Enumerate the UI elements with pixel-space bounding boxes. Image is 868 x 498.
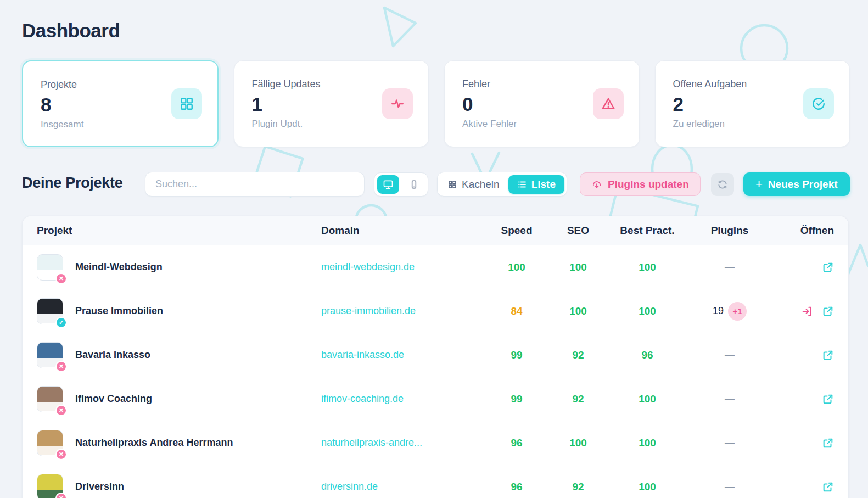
stat-card-projekte[interactable]: Projekte 8 Insgesamt — [22, 60, 219, 147]
plugins-count: — — [725, 481, 735, 492]
tiles-toggle-button[interactable]: Kacheln — [447, 178, 500, 191]
speed-score: 96 — [511, 481, 522, 493]
stat-card-fehler[interactable]: Fehler 0 Aktive Fehler — [444, 60, 640, 147]
speed-score: 99 — [511, 393, 522, 405]
column-header-best-pract: Best Pract. — [609, 225, 686, 237]
project-name: Ifimov Coaching — [75, 393, 152, 405]
seo-score: 92 — [572, 393, 584, 405]
project-thumbnail: ✕ — [37, 254, 63, 281]
seo-score: 100 — [569, 261, 587, 273]
plugins-count: — — [725, 437, 735, 448]
best-practices-score: 100 — [639, 305, 656, 317]
project-status-badge: ✓ — [55, 317, 67, 328]
grid-icon — [171, 88, 202, 119]
project-status-badge: ✕ — [55, 405, 67, 416]
plugins-count: 19 — [713, 305, 724, 316]
project-domain-link[interactable]: meindl-webdesign.de — [321, 261, 415, 272]
smartphone-icon — [409, 180, 419, 189]
project-domain-link[interactable]: driversinn.de — [321, 481, 378, 492]
stats-row: Projekte 8 Insgesamt Fällige Updates 1 P… — [22, 60, 850, 147]
speed-score: 99 — [511, 349, 522, 361]
refresh-button[interactable] — [711, 173, 734, 196]
project-domain-link[interactable]: ifimov-coaching.de — [321, 393, 404, 404]
table-row[interactable]: ✕ Meindl-Webdesign meindl-webdesign.de 1… — [23, 245, 848, 289]
plugins-count: — — [725, 261, 735, 272]
monitor-icon — [383, 179, 394, 190]
external-link-icon[interactable] — [822, 393, 834, 405]
speed-score: 96 — [511, 437, 522, 449]
projects-section-heading: Deine Projekte — [22, 175, 122, 192]
table-header-row: Projekt Domain Speed SEO Best Pract. Plu… — [23, 216, 848, 245]
stat-card-faellige-updates[interactable]: Fällige Updates 1 Plugin Updt. — [234, 60, 429, 147]
best-practices-score: 100 — [639, 261, 656, 273]
new-project-label: Neues Projekt — [768, 178, 838, 191]
best-practices-score: 96 — [641, 349, 653, 361]
project-thumbnail: ✕ — [37, 430, 63, 456]
best-practices-score: 100 — [639, 481, 656, 493]
seo-score: 92 — [572, 481, 584, 493]
speed-score: 84 — [511, 305, 522, 317]
warning-icon — [593, 88, 624, 119]
project-thumbnail: ✕ — [37, 386, 63, 412]
project-status-badge: ✕ — [55, 449, 67, 460]
seo-score: 100 — [569, 305, 587, 317]
column-header-speed: Speed — [486, 225, 547, 237]
project-name: DriversInn — [75, 481, 124, 493]
stat-card-offene-aufgaben[interactable]: Offene Aufgaben 2 Zu erledigen — [655, 60, 850, 147]
speed-score: 100 — [508, 261, 525, 273]
project-name: Naturheilpraxis Andrea Herrmann — [75, 437, 233, 449]
table-row[interactable]: ✕ Bavaria Inkasso bavaria-inkasso.de 99 … — [23, 333, 848, 377]
best-practices-score: 100 — [639, 437, 656, 449]
project-thumbnail: ✓ — [37, 298, 63, 324]
project-domain-link[interactable]: naturheilpraxis-andre... — [321, 437, 422, 448]
plugins-count: — — [725, 393, 735, 404]
search-input[interactable] — [145, 172, 365, 197]
page-title: Dashboard — [22, 20, 120, 42]
table-row[interactable]: ✕ Naturheilpraxis Andrea Herrmann naturh… — [23, 421, 848, 465]
projects-table: Projekt Domain Speed SEO Best Pract. Plu… — [22, 216, 849, 498]
column-header-domain: Domain — [321, 225, 486, 237]
project-name: Bavaria Inkasso — [75, 349, 150, 361]
external-link-icon[interactable] — [822, 349, 834, 361]
plus-icon: + — [755, 178, 763, 191]
column-header-projekt: Projekt — [23, 225, 321, 237]
layout-toggle: Kacheln Liste — [437, 172, 567, 197]
refresh-icon — [717, 179, 728, 190]
column-header-seo: SEO — [547, 225, 609, 237]
project-name: Meindl-Webdesign — [75, 261, 163, 273]
best-practices-score: 100 — [639, 393, 656, 405]
stat-sublabel: Plugin Updt. — [252, 119, 412, 130]
update-plugins-button[interactable]: Plugins updaten — [580, 172, 701, 196]
list-toggle-label: Liste — [531, 178, 556, 191]
table-row[interactable]: ✓ Prause Immobilien prause-immobilien.de… — [23, 289, 848, 333]
login-icon[interactable] — [801, 305, 813, 317]
seo-score: 92 — [572, 349, 584, 361]
list-toggle-button[interactable]: Liste — [508, 175, 564, 194]
project-status-badge: ✕ — [55, 273, 67, 284]
external-link-icon[interactable] — [822, 481, 834, 493]
mobile-view-button[interactable] — [403, 175, 425, 194]
table-row[interactable]: ✕ DriversInn driversinn.de 96 92 100 — — [23, 465, 848, 498]
check-circle-icon — [803, 88, 834, 119]
cloud-download-icon — [591, 179, 602, 190]
tiles-grid-icon — [447, 180, 457, 189]
list-icon — [517, 180, 527, 189]
project-status-badge: ✕ — [55, 361, 67, 372]
project-thumbnail: ✕ — [37, 474, 63, 498]
deco-triangle-icon — [384, 8, 416, 46]
external-link-icon[interactable] — [822, 437, 834, 449]
update-plugins-label: Plugins updaten — [608, 178, 689, 191]
plugin-updates-badge: +1 — [728, 302, 747, 321]
plugins-count: — — [725, 349, 735, 360]
table-row[interactable]: ✕ Ifimov Coaching ifimov-coaching.de 99 … — [23, 377, 848, 421]
project-domain-link[interactable]: bavaria-inkasso.de — [321, 349, 404, 360]
device-view-toggle — [374, 172, 428, 197]
external-link-icon[interactable] — [822, 305, 834, 317]
stat-sublabel: Aktive Fehler — [462, 119, 623, 130]
project-domain-link[interactable]: prause-immobilien.de — [321, 305, 416, 316]
new-project-button[interactable]: + Neues Projekt — [743, 172, 850, 196]
external-link-icon[interactable] — [822, 261, 834, 273]
pulse-icon — [382, 88, 413, 119]
desktop-view-button[interactable] — [377, 175, 399, 194]
stat-sublabel: Insgesamt — [41, 119, 201, 130]
